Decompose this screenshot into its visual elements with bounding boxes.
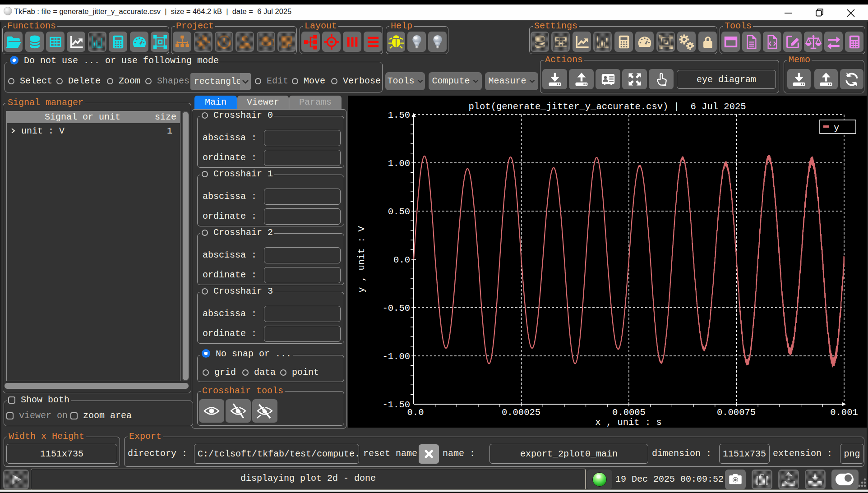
- svg-text:y: y: [834, 123, 839, 133]
- svg-text:0.00025: 0.00025: [502, 407, 540, 418]
- svg-text:0.001: 0.001: [830, 407, 858, 418]
- svg-text:-1.50: -1.50: [382, 400, 410, 410]
- svg-text:plot(generate_jitter_y_accurat: plot(generate_jitter_y_accurate.csv) | 6…: [468, 101, 746, 112]
- svg-text:0.0005: 0.0005: [612, 407, 646, 418]
- svg-text:y , unit : V: y , unit : V: [356, 226, 367, 292]
- svg-text:0.50: 0.50: [388, 207, 410, 217]
- svg-text:-0.50: -0.50: [382, 303, 410, 313]
- svg-text:0.0: 0.0: [393, 255, 410, 265]
- svg-text:0.00075: 0.00075: [717, 407, 756, 418]
- svg-text:1.00: 1.00: [388, 158, 410, 169]
- svg-text:-1.00: -1.00: [382, 351, 410, 362]
- svg-text:x , unit : s: x , unit : s: [595, 417, 662, 428]
- svg-text:0.0: 0.0: [407, 407, 424, 418]
- svg-text:1.50: 1.50: [388, 110, 410, 120]
